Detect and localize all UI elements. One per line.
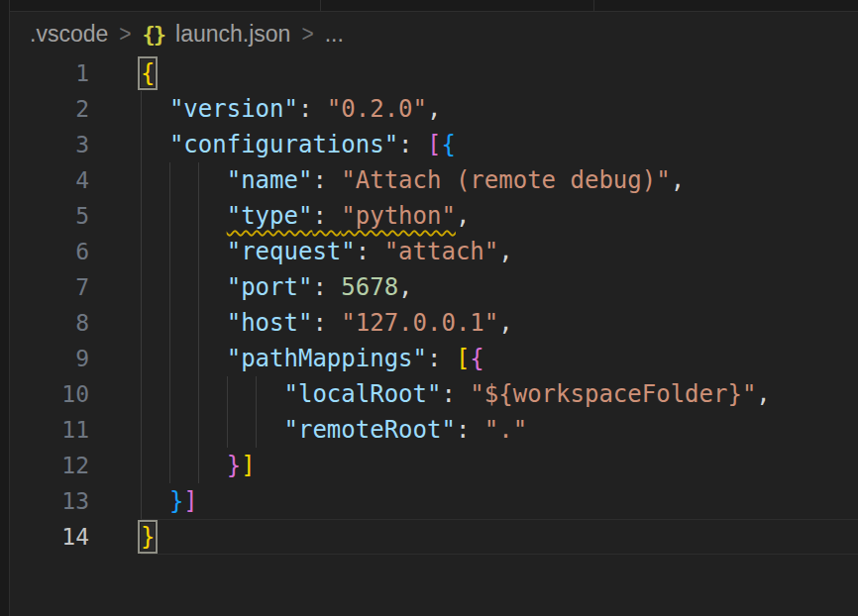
line-number[interactable]: 6 [10,234,89,269]
tab-segment-1[interactable] [10,0,320,10]
code-line-8[interactable]: 8 "host": "127.0.0.1", [10,305,858,341]
line-number[interactable]: 13 [10,483,89,519]
code-token: "type" [227,202,313,230]
code-token: , [671,166,685,194]
code-token: "localRoot" [284,380,442,408]
line-number[interactable]: 2 [10,91,89,127]
indent-guide [198,269,199,305]
code-token: "${workspaceFolder}" [470,380,756,408]
code-token: , [498,238,512,265]
code-token: , [427,95,441,123]
tab-segment-3[interactable] [594,0,858,10]
panel-edge-sash[interactable] [0,0,10,616]
line-text: "pathMappings": [{ [141,341,858,376]
line-number[interactable]: 12 [10,448,89,483]
indent-guide [198,198,199,234]
code-editor[interactable]: 1{2 "version": "0.2.0",3 "configurations… [10,55,858,555]
code-line-9[interactable]: 9 "pathMappings": [{ [10,341,858,376]
indent-guide [169,198,170,234]
code-line-5[interactable]: 5 "type": "python", [10,198,858,234]
code-line-10[interactable]: 10 "localRoot": "${workspaceFolder}", [10,376,858,412]
code-line-11[interactable]: 11 "remoteRoot": "." [10,412,858,448]
code-token: "remoteRoot" [284,416,456,444]
code-line-4[interactable]: 4 "name": "Attach (remote debug)", [10,162,858,198]
line-number[interactable]: 3 [10,127,89,162]
code-token: : [356,238,384,265]
line-number[interactable]: 4 [10,162,89,198]
indent-guide [227,376,228,412]
indent-guide [141,305,142,341]
code-token: : [456,416,484,444]
editor-pane: .vscode > {} launch.json > ... 1{2 "vers… [10,12,858,616]
code-token: ] [183,487,197,515]
line-number[interactable]: 9 [10,341,89,376]
indent-spaces [141,202,227,230]
code-line-6[interactable]: 6 "request": "attach", [10,234,858,269]
indent-spaces [141,95,169,123]
indent-guide [198,305,199,341]
line-number[interactable]: 7 [10,269,89,305]
indent-guide [256,376,257,412]
code-line-7[interactable]: 7 "port": 5678, [10,269,858,305]
code-token: : [298,95,327,123]
line-number[interactable]: 10 [10,376,89,412]
line-number[interactable]: 14 [10,519,89,555]
line-text: }] [141,448,858,483]
line-text: "version": "0.2.0", [141,91,858,127]
code-line-1[interactable]: 1{ [10,55,858,91]
line-number[interactable]: 5 [10,198,89,234]
json-braces-icon: {} [143,22,165,47]
code-token: "0.2.0" [327,95,427,123]
code-token: { [441,131,455,158]
warning-squiggle: "type": "python" [227,202,456,230]
indent-spaces [141,309,227,337]
code-line-13[interactable]: 13 }] [10,483,858,519]
line-text: "name": "Attach (remote debug)", [141,162,858,198]
code-token: : [312,309,341,337]
breadcrumb-symbol[interactable]: ... [325,21,344,48]
tab-separator [320,0,321,11]
indent-guide [141,234,142,269]
code-token: "." [484,416,527,444]
breadcrumb-file[interactable]: launch.json [175,21,290,48]
code-token: , [398,273,412,301]
indent-guide [169,376,170,412]
code-token: "Attach (remote debug)" [341,166,670,194]
indent-guide [169,269,170,305]
line-text: { [141,55,858,91]
code-line-3[interactable]: 3 "configurations": [{ [10,127,858,162]
code-token: [ [427,131,441,158]
code-line-12[interactable]: 12 }] [10,448,858,483]
code-token: "pathMappings" [227,345,427,372]
code-token: : [312,273,341,301]
code-token: { [470,345,483,372]
indent-spaces [141,380,284,408]
indent-guide [169,412,170,448]
code-token: "127.0.0.1" [341,309,498,337]
indent-guide [169,305,170,341]
indent-guide [198,376,199,412]
indent-spaces [141,273,227,301]
code-line-14[interactable]: 14} [10,519,858,555]
code-token: ] [241,452,255,479]
indent-spaces [141,452,227,479]
code-line-2[interactable]: 2 "version": "0.2.0", [10,91,858,127]
line-number[interactable]: 1 [10,55,89,91]
indent-guide [141,412,142,448]
indent-guide [141,91,142,127]
breadcrumb-folder[interactable]: .vscode [30,21,108,48]
line-number[interactable]: 8 [10,305,89,341]
indent-guide [169,162,170,198]
indent-guide [169,341,170,376]
tab-separator [593,0,594,11]
line-text: }] [141,483,858,519]
code-token: , [498,309,512,337]
code-token: } [227,452,241,479]
indent-spaces [141,238,227,265]
indent-guide [141,269,142,305]
line-number[interactable]: 11 [10,412,89,448]
indent-guide [141,341,142,376]
tab-segment-2[interactable] [321,0,593,10]
indent-guide [169,448,170,483]
code-token: [ [456,345,470,372]
